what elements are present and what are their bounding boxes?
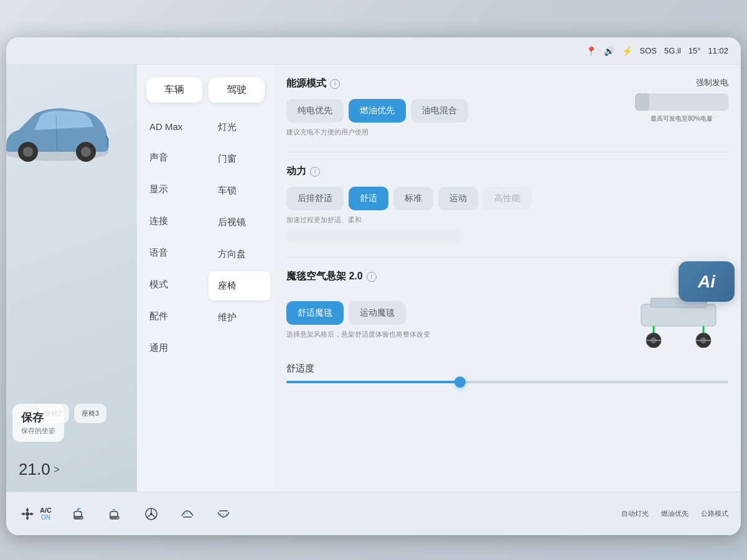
temp-arrow[interactable]: > (54, 464, 60, 475)
suspension-desc: 选择悬架风格后，悬架舒适度体验也将整体改变 (286, 330, 619, 339)
status-bar: 📍 🔊 ⚡ SOS 5G.il 15° 11:02 (6, 37, 741, 65)
seat-heat-1[interactable] (70, 505, 88, 523)
nav-lock[interactable]: 车锁 (209, 176, 271, 205)
fan-icon (19, 505, 36, 523)
suspension-info-icon[interactable]: i (367, 272, 377, 282)
temperature-label: 15° (688, 46, 701, 55)
comfort-slider-thumb[interactable] (454, 376, 466, 388)
energy-main: 能源模式 i 纯电优先 燃油优先 油电混合 建议充电不方便的用户使用 强制发电 (286, 77, 728, 137)
blur-bar (286, 231, 461, 242)
nav-ad-max[interactable]: AD Max (140, 113, 202, 141)
network-label: 5G.il (664, 46, 681, 55)
energy-btn-group: 纯电优先 燃油优先 油电混合 (286, 99, 629, 123)
fuel-priority-label[interactable]: 燃油优先 (661, 509, 688, 518)
ai-button[interactable]: Ai (679, 261, 735, 302)
energy-title: 能源模式 (286, 77, 326, 90)
comfort-title: 舒适度 (286, 363, 728, 375)
force-charge-label: 强制发电 (635, 77, 728, 88)
nav-mirror[interactable]: 后视镜 (209, 208, 271, 237)
suspension-controls: 舒适魔毯 运动魔毯 选择悬架风格后，悬架舒适度体验也将整体改变 (286, 301, 619, 339)
seat-heat-svg-2 (108, 506, 123, 521)
charge-bar-container (635, 93, 728, 111)
nav-items: AD Max 声音 显示 连接 语音 模式 配件 通用 灯光 门窗 车锁 后视镜… (137, 112, 274, 363)
fan-svg (20, 506, 35, 521)
comfort-slider-fill (286, 381, 463, 383)
comfort-section: 舒适度 (286, 363, 728, 383)
comfort-slider-track[interactable] (286, 381, 728, 383)
bottom-quick-labels: 自动灯光 燃油优先 公路模式 (621, 509, 728, 518)
rear-comfort-btn[interactable]: 后排舒适 (286, 187, 344, 210)
defrost-front[interactable] (179, 505, 196, 523)
save-sublabel: 保存的坐姿 (21, 426, 55, 436)
ac-label-group: A/C ON (40, 506, 52, 521)
nav-lights[interactable]: 灯光 (209, 113, 271, 142)
sos-label: SOS (640, 46, 657, 55)
steering-heat-svg (144, 506, 159, 521)
left-panel: 座椅2 座椅3 保存 保存的坐姿 21.0 > (6, 65, 137, 492)
comfort-btn[interactable]: 舒适 (349, 187, 388, 210)
suspension-area: 舒适魔毯 运动魔毯 选择悬架风格后，悬架舒适度体验也将整体改变 (286, 292, 728, 348)
tab-headers: 车辆 驾驶 (137, 71, 274, 109)
nav-col-left: AD Max 声音 显示 连接 语音 模式 配件 通用 (137, 112, 205, 363)
bottom-bar: A/C ON (6, 492, 741, 535)
energy-header: 能源模式 i (286, 77, 629, 90)
hybrid-btn[interactable]: 油电混合 (411, 99, 468, 123)
nav-sound[interactable]: 声音 (140, 143, 202, 172)
suspension-header: 魔毯空气悬架 2.0 i (286, 270, 728, 283)
energy-right: 强制发电 最高可发电至80%电量 (629, 77, 728, 123)
comfort-carpet-btn[interactable]: 舒适魔毯 (286, 301, 344, 325)
sport-carpet-btn[interactable]: 运动魔毯 (349, 301, 406, 325)
main-panel: 能源模式 i 纯电优先 燃油优先 油电混合 建议充电不方便的用户使用 强制发电 (274, 65, 741, 492)
fan-control[interactable]: A/C ON (19, 505, 52, 523)
power-title: 动力 (286, 165, 306, 178)
nav-steering[interactable]: 方向盘 (209, 240, 271, 269)
save-title[interactable]: 保存 (21, 410, 55, 425)
main-screen: 📍 🔊 ⚡ SOS 5G.il 15° 11:02 (6, 37, 741, 535)
nav-col-right: 灯光 门窗 车锁 后视镜 方向盘 座椅 维护 (205, 112, 274, 363)
svg-point-16 (26, 512, 29, 516)
power-header: 动力 i (286, 165, 728, 178)
energy-info-icon[interactable]: i (330, 79, 340, 89)
steering-heat[interactable] (143, 505, 160, 523)
nav-general[interactable]: 通用 (140, 334, 202, 363)
divider-1 (286, 152, 728, 152)
suspension-btn-group: 舒适魔毯 运动魔毯 (286, 301, 619, 325)
power-btn-group: 后排舒适 舒适 标准 运动 高性能 (286, 187, 728, 210)
time-label: 11:02 (708, 46, 728, 55)
volume-icon: 🔊 (604, 46, 614, 56)
nav-seat[interactable]: 座椅 (209, 271, 271, 301)
nav-display[interactable]: 显示 (140, 175, 202, 204)
seat3-button[interactable]: 座椅3 (74, 404, 106, 423)
temp-value: 21.0 (19, 460, 50, 479)
standard-btn[interactable]: 标准 (393, 187, 433, 210)
svg-point-2 (23, 147, 33, 157)
sport-btn[interactable]: 运动 (438, 187, 478, 210)
fuel-priority-btn[interactable]: 燃油优先 (349, 99, 406, 123)
nav-mode[interactable]: 模式 (140, 270, 202, 299)
car-svg (6, 90, 118, 183)
vehicle-tab[interactable]: 车辆 (146, 77, 202, 103)
defrost-rear[interactable] (215, 505, 232, 523)
nav-maintenance[interactable]: 维护 (209, 303, 271, 332)
drive-tab[interactable]: 驾驶 (209, 77, 265, 103)
energy-section: 能源模式 i 纯电优先 燃油优先 油电混合 建议充电不方便的用户使用 强制发电 (286, 77, 728, 137)
svg-point-25 (150, 513, 153, 515)
charge-bar-text: 最高可发电至80%电量 (635, 114, 728, 123)
road-mode-label[interactable]: 公路模式 (701, 509, 728, 518)
seat-heat-2[interactable] (106, 505, 124, 523)
power-info-icon[interactable]: i (310, 167, 320, 177)
nav-voice[interactable]: 语音 (140, 238, 202, 268)
suspension-section: 魔毯空气悬架 2.0 i 舒适魔毯 运动魔毯 选择悬架风格后，悬架舒适度体验也将… (286, 270, 728, 348)
nav-windows[interactable]: 门窗 (209, 144, 271, 174)
save-area: 保存 保存的坐姿 (12, 404, 64, 442)
ac-label: A/C (40, 506, 52, 514)
nav-connect[interactable]: 连接 (140, 207, 202, 236)
high-perf-btn[interactable]: 高性能 (483, 187, 532, 210)
pure-electric-btn[interactable]: 纯电优先 (286, 99, 344, 123)
auto-light-label[interactable]: 自动灯光 (621, 509, 649, 518)
nav-accessories[interactable]: 配件 (140, 302, 202, 331)
seat-heat-icon-2 (106, 505, 124, 523)
defrost-svg (180, 506, 195, 521)
ac-status: ON (41, 514, 50, 521)
suspension-title: 魔毯空气悬架 2.0 (286, 270, 363, 283)
